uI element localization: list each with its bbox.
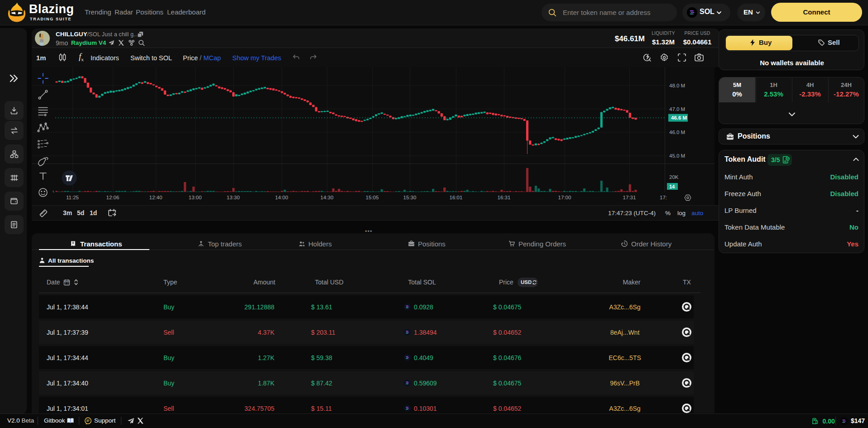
svg-text:12:40: 12:40 [149,195,163,200]
svg-text:16:01: 16:01 [450,195,463,200]
svg-text:14:00: 14:00 [275,195,288,200]
svg-text:46.0 M: 46.0 M [669,130,685,135]
svg-text:17:31: 17:31 [623,195,636,200]
svg-text:13:30: 13:30 [227,195,240,200]
svg-text:20K: 20K [669,174,679,180]
svg-text:12:06: 12:06 [106,195,120,200]
svg-text:13:00: 13:00 [189,195,202,200]
svg-text:48.0 M: 48.0 M [669,83,685,88]
svg-text:15:30: 15:30 [403,195,417,200]
svg-text:17:00: 17:00 [558,195,571,200]
svg-text:11:25: 11:25 [66,195,79,200]
svg-text:‹: ‹ [53,188,54,194]
svg-text:46.6 M: 46.6 M [671,115,687,120]
svg-text:14:30: 14:30 [321,195,334,200]
svg-text:15:05: 15:05 [366,195,379,200]
svg-text:17:: 17: [660,195,667,200]
svg-text:16:31: 16:31 [498,195,511,200]
svg-text:45.0 M: 45.0 M [669,153,685,159]
svg-text:14: 14 [669,184,675,189]
svg-text:47.0 M: 47.0 M [669,106,685,112]
